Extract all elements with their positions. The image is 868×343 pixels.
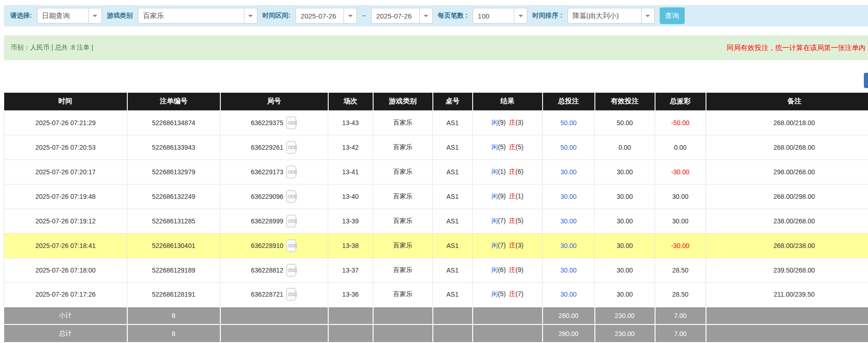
result-cell: 闲(5)庄(5) xyxy=(473,135,543,159)
time-sort-select[interactable]: 降冪(由大到小) xyxy=(568,8,655,24)
game-category: 百家乐 xyxy=(373,110,433,135)
banker-result-label: 庄 xyxy=(509,217,516,224)
banker-result-label: 庄 xyxy=(509,119,516,126)
result-cell: 闲(5)庄(7) xyxy=(473,282,543,307)
payout: -50.00 xyxy=(655,110,706,135)
game-category-value: 百家乐 xyxy=(138,12,244,20)
payout: 0.00 xyxy=(655,135,706,159)
table-id: AS1 xyxy=(433,282,473,307)
video-replay-icon[interactable] xyxy=(286,141,297,154)
total-bet-link[interactable]: 50.00 xyxy=(543,110,595,135)
game-category: 百家乐 xyxy=(373,233,433,258)
balance-note: 239.50/268.00 xyxy=(706,258,868,282)
banker-result-label: 庄 xyxy=(509,143,516,151)
video-replay-icon[interactable] xyxy=(286,288,297,301)
result-cell: 闲(7)庄(5) xyxy=(473,209,543,233)
column-header-note: 备注 xyxy=(706,93,868,110)
total-bet-link[interactable]: 30.00 xyxy=(543,184,595,209)
summary-bar: 币别：人民币 | 总共 :8 注单 | 同局有效投注，统一计算在该局第一张注单内 xyxy=(4,35,868,60)
total-row: 总计 8 280.00 230.00 7.00 xyxy=(4,324,868,342)
round-id-cell: 636229173 xyxy=(220,159,328,184)
valid-bet: 30.00 xyxy=(595,159,655,184)
banker-score: (9) xyxy=(516,266,524,273)
round-id: 636228999 xyxy=(251,217,283,225)
subtotal-label: 小计 xyxy=(4,307,127,324)
round-id: 636229261 xyxy=(251,144,283,151)
game-category: 百家乐 xyxy=(373,209,433,233)
balance-note: 268.00/238.00 xyxy=(706,233,868,258)
table-row[interactable]: 2025-07-26 07:20:53 522686133943 6362292… xyxy=(4,135,868,159)
round-id: 636229096 xyxy=(251,193,283,200)
total-bet-link[interactable]: 30.00 xyxy=(543,258,595,282)
total-bet-link[interactable]: 30.00 xyxy=(543,233,595,258)
video-replay-icon[interactable] xyxy=(286,190,297,203)
column-header-table-id: 桌号 xyxy=(433,93,473,110)
page-size-select[interactable]: 100 xyxy=(473,8,527,24)
column-header-time: 时间 xyxy=(4,93,127,110)
total-bet-link[interactable]: 30.00 xyxy=(543,282,595,307)
bet-records-table: 时间 注单编号 局号 场次 游戏类别 桌号 结果 总投注 有效投注 总派彩 备注… xyxy=(4,93,868,342)
bet-id: 522686134874 xyxy=(127,110,220,135)
column-header-session: 场次 xyxy=(328,93,373,110)
query-type-select[interactable]: 日期查询 xyxy=(37,8,102,24)
table-id: AS1 xyxy=(433,209,473,233)
balance-note: 268.00/268.00 xyxy=(706,135,868,159)
round-id-cell: 636228999 xyxy=(220,209,328,233)
table-row[interactable]: 2025-07-26 07:18:41 522686130401 6362289… xyxy=(4,233,868,258)
bet-id: 522686128191 xyxy=(127,282,220,307)
subtotal-total-bet: 280.00 xyxy=(543,307,595,324)
bet-time: 2025-07-26 07:21:29 xyxy=(4,110,127,135)
total-bet-link[interactable]: 50.00 xyxy=(543,135,595,159)
search-button[interactable]: 查询 xyxy=(660,7,685,24)
video-replay-icon[interactable] xyxy=(286,116,297,129)
game-category: 百家乐 xyxy=(373,184,433,209)
chevron-down-icon xyxy=(343,8,356,23)
player-score: (5) xyxy=(498,143,506,151)
table-row[interactable]: 2025-07-26 07:17:26 522686128191 6362287… xyxy=(4,282,868,307)
table-row[interactable]: 2025-07-26 07:21:29 522686134874 6362293… xyxy=(4,110,868,135)
bet-time: 2025-07-26 07:19:12 xyxy=(4,209,127,233)
table-id: AS1 xyxy=(433,233,473,258)
payout: 28.50 xyxy=(655,282,706,307)
table-id: AS1 xyxy=(433,135,473,159)
date-to-value: 2025-07-26 xyxy=(372,12,419,20)
export-button[interactable] xyxy=(864,73,868,88)
valid-bet: 30.00 xyxy=(595,258,655,282)
game-category: 百家乐 xyxy=(373,159,433,184)
video-replay-icon[interactable] xyxy=(286,215,297,228)
valid-bet: 0.00 xyxy=(595,135,655,159)
balance-note: 238.00/268.00 xyxy=(706,209,868,233)
table-row[interactable]: 2025-07-26 07:18:00 522686129189 6362288… xyxy=(4,258,868,282)
column-header-game: 游戏类别 xyxy=(373,93,433,110)
player-score: (1) xyxy=(498,168,506,175)
banker-score: (3) xyxy=(516,119,524,126)
player-result-label: 闲 xyxy=(491,266,498,273)
video-replay-icon[interactable] xyxy=(286,239,297,252)
time-sort-value: 降冪(由大到小) xyxy=(568,12,641,20)
payout: 28.50 xyxy=(655,258,706,282)
subtotal-row: 小计 8 280.00 230.00 7.00 xyxy=(4,307,868,324)
session-number: 13-39 xyxy=(328,209,373,233)
video-replay-icon[interactable] xyxy=(286,264,297,277)
date-from-select[interactable]: 2025-07-26 xyxy=(295,8,357,24)
round-id-cell: 636228910 xyxy=(220,233,328,258)
balance-note: 268.00/218.00 xyxy=(706,110,868,135)
total-bet-link[interactable]: 30.00 xyxy=(543,209,595,233)
table-row[interactable]: 2025-07-26 07:19:48 522686132249 6362290… xyxy=(4,184,868,209)
bet-id: 522686130401 xyxy=(127,233,220,258)
banker-result-label: 庄 xyxy=(509,168,516,175)
date-to-select[interactable]: 2025-07-26 xyxy=(371,8,433,24)
table-row[interactable]: 2025-07-26 07:20:17 522686132979 6362291… xyxy=(4,159,868,184)
time-sort-label: 时间排序 : xyxy=(532,12,562,20)
query-type-value: 日期查询 xyxy=(37,12,88,20)
table-row[interactable]: 2025-07-26 07:19:12 522686131285 6362289… xyxy=(4,209,868,233)
round-id-cell: 636229375 xyxy=(220,110,328,135)
payout: -30.00 xyxy=(655,233,706,258)
total-payout: 7.00 xyxy=(655,324,706,342)
result-cell: 闲(9)庄(1) xyxy=(473,184,543,209)
round-id: 636228812 xyxy=(251,267,283,274)
valid-bet: 30.00 xyxy=(595,209,655,233)
video-replay-icon[interactable] xyxy=(286,165,297,178)
total-bet-link[interactable]: 30.00 xyxy=(543,159,595,184)
game-category-select[interactable]: 百家乐 xyxy=(138,8,257,24)
